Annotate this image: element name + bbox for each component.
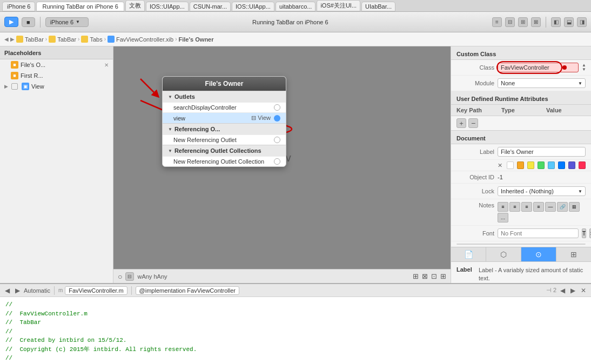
folder-icon3 [81, 36, 88, 43]
lock-value: Inherited - (Nothing) [501, 188, 554, 194]
new-ref-outlet-item[interactable]: New Referencing Outlet [163, 134, 286, 145]
runtime-add-btn[interactable]: + [456, 118, 466, 128]
firstr-item[interactable]: ■ First R... [0, 70, 113, 81]
notes-align-right-icon[interactable]: ≡ [521, 202, 532, 212]
rp-tab-identity[interactable]: ⬡ [486, 247, 521, 261]
code-nav-prev[interactable]: ◀ [3, 287, 11, 294]
bottom-panel-toggle[interactable]: ⬓ [564, 17, 574, 27]
color-green-swatch[interactable] [538, 161, 545, 169]
new-ref-collection-circle[interactable] [274, 158, 280, 165]
tab-7[interactable]: uitabbarco... [276, 2, 316, 11]
module-dropdown[interactable]: None ▼ [498, 78, 586, 88]
stop-button[interactable]: ■ [22, 17, 35, 27]
asst-view-btn[interactable]: ⊞ [518, 17, 528, 27]
doc-label-input[interactable] [498, 147, 586, 157]
new-ref-collection-item[interactable]: New Referencing Outlet Collection [163, 156, 286, 166]
lock-label: Lock [456, 188, 494, 194]
breadcrumb-nav-prev[interactable]: ◀ [4, 36, 9, 42]
color-red-swatch[interactable] [579, 161, 586, 169]
class-label: Class [456, 64, 494, 71]
class-step-down[interactable]: ▼ [582, 68, 586, 72]
outlet-view-item[interactable]: view ⊟ View [163, 112, 286, 123]
run-button[interactable]: ▶ [4, 17, 18, 27]
breadcrumb-filesowner[interactable]: File's Owner [179, 36, 214, 43]
color-yellow-swatch[interactable] [527, 161, 534, 169]
notes-more-icon[interactable]: … [498, 213, 508, 223]
at-impl-label[interactable]: @implementation FavViewController [136, 286, 239, 295]
nav-view-btn[interactable]: ≡ [492, 17, 502, 27]
code-line-1: // [5, 300, 586, 309]
automatic-label: Automatic [24, 287, 50, 294]
tab-3[interactable]: 文教 [125, 0, 145, 11]
class-stepper[interactable]: ▲ ▼ [582, 63, 586, 72]
notes-dash-icon[interactable]: — [545, 202, 556, 212]
font-stepper[interactable]: T [582, 228, 586, 238]
canvas-fit-btn[interactable]: ⊞ [413, 272, 419, 280]
outlet-view-circle[interactable] [274, 115, 280, 122]
rp-tab-size[interactable]: ⊞ [556, 247, 591, 261]
lock-row: Lock Inherited - (Nothing) ▼ [451, 184, 591, 199]
color-purple-swatch[interactable] [568, 161, 575, 169]
std-view-btn[interactable]: ⊟ [505, 17, 515, 27]
breadcrumb-nav-next[interactable]: ▶ [10, 36, 15, 42]
right-panel-toggle[interactable]: ◨ [577, 17, 587, 27]
tab-5[interactable]: CSUN-mar... [190, 2, 231, 11]
notes-align-justify-icon[interactable]: ≡ [533, 202, 544, 212]
outlet-search-item[interactable]: searchDisplayController [163, 102, 286, 112]
code-filename-m[interactable]: FavViewController.m [65, 286, 127, 295]
breadcrumb-tabbar[interactable]: TabBar [16, 36, 44, 43]
tab-running[interactable]: Running TabBar on iPhone 6 [36, 2, 124, 11]
filesowner-item[interactable]: ■ File's O... ✕ [0, 59, 113, 70]
notes-align-left-icon[interactable]: ≡ [498, 202, 508, 212]
color-cyan-swatch[interactable] [548, 161, 555, 169]
left-panel-toggle[interactable]: ◧ [551, 17, 561, 27]
notes-link-icon[interactable]: 🔗 [557, 202, 568, 212]
filesowner-popup: File's Owner ▼ Outlets searchDisplayCont… [162, 76, 286, 167]
tab-8[interactable]: iOS#关注UI... [317, 0, 360, 11]
notes-row: Notes ≡ ≡ ≡ ≡ — 🔗 ⊞ … [451, 199, 591, 226]
notes-textarea[interactable] [456, 244, 586, 245]
xib-icon [108, 36, 115, 43]
breadcrumb-tabs[interactable]: Tabs [81, 36, 102, 43]
canvas-zoom-btn[interactable]: ⊠ [422, 272, 428, 280]
zoom-out-btn[interactable]: ○ [118, 272, 122, 281]
canvas-expand-btn[interactable]: ⊞ [440, 272, 446, 280]
color-orange-swatch[interactable] [517, 161, 524, 169]
tab-6[interactable]: IOS::UIApp... [232, 2, 274, 11]
code-page-next[interactable]: ▶ [569, 287, 577, 294]
outlet-search-circle[interactable] [274, 104, 280, 111]
tab-9[interactable]: UIabBar... [361, 2, 395, 11]
code-nav-next[interactable]: ▶ [14, 287, 22, 294]
ref-collections-title: Referencing Outlet Collections [174, 147, 261, 154]
breadcrumb-xib[interactable]: FavViewController.xib [108, 36, 173, 43]
color-white-swatch[interactable] [507, 161, 514, 169]
left-ruler-btn[interactable]: ⊟ [125, 272, 134, 281]
close-icon: ✕ [498, 162, 502, 169]
notes-align-center-icon[interactable]: ≡ [509, 202, 520, 212]
code-close-btn[interactable]: ✕ [579, 287, 588, 294]
notes-img-icon[interactable]: ⊞ [569, 202, 580, 212]
breadcrumb-tabbar2[interactable]: TabBar [49, 36, 76, 43]
filesowner-label: File's O... [21, 62, 45, 68]
code-page-prev[interactable]: ◀ [559, 287, 567, 294]
scheme-selector[interactable]: iPhone 6 ▼ [45, 17, 89, 27]
new-ref-outlet-circle[interactable] [274, 137, 280, 143]
tab-iphone6[interactable]: iPhone 6 [2, 2, 35, 11]
tab-4[interactable]: IOS::UIApp... [146, 2, 189, 11]
runtime-minus-btn[interactable]: − [468, 118, 478, 128]
ver-view-btn[interactable]: ⊠ [531, 17, 541, 27]
outlet-view-text: ⊟ View [251, 114, 271, 122]
font-input[interactable] [498, 228, 579, 238]
lock-dropdown[interactable]: Inherited - (Nothing) ▼ [498, 186, 586, 196]
rp-tab-doc[interactable]: 📄 [451, 247, 486, 261]
font-label: Font [456, 230, 494, 237]
color-blue-swatch[interactable] [558, 161, 565, 169]
view-item[interactable]: ▶ ▣ View [0, 81, 113, 92]
firstr-icon: ■ [11, 72, 18, 79]
close-icon[interactable]: ✕ [104, 62, 109, 68]
canvas-full-btn[interactable]: ⊡ [431, 272, 437, 280]
view-item-label: View [31, 83, 44, 90]
class-input[interactable] [498, 63, 579, 72]
breadcrumb-xib-label: FavViewController.xib [116, 36, 173, 43]
rp-tab-attributes[interactable]: ⊙ [521, 247, 556, 261]
